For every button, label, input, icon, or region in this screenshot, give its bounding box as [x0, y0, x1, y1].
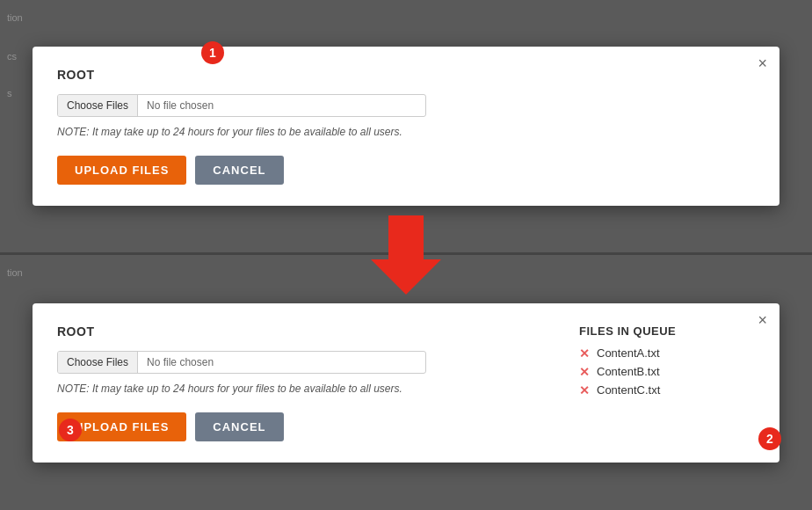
file-input-wrapper-top: Choose Files No file chosen [57, 94, 426, 117]
badge-3: 3 [59, 419, 82, 441]
dialog-bottom-title: ROOT [57, 324, 553, 339]
file-input-wrapper-bottom: Choose Files No file chosen [57, 351, 426, 374]
no-file-chosen-top: No file chosen [138, 95, 425, 116]
btn-row-bottom: UPLOAD FILES CANCEL [57, 412, 553, 441]
list-item: ✕ ContentC.txt [579, 383, 755, 397]
files-in-queue-panel: FILES IN QUEUE ✕ ContentA.txt ✕ ContentB… [579, 324, 755, 441]
queue-filename-2: ContentB.txt [597, 365, 660, 378]
badge-2: 2 [758, 427, 781, 450]
note-text-bottom: NOTE: It may take up to 24 hours for you… [57, 382, 553, 395]
list-item: ✕ ContentB.txt [579, 365, 755, 379]
arrow-down [371, 215, 441, 298]
upload-dialog-top: × ROOT 1 Choose Files No file chosen NOT… [33, 47, 779, 206]
btn-row-top: UPLOAD FILES CANCEL [57, 156, 755, 185]
choose-files-button-bottom[interactable]: Choose Files [58, 352, 138, 373]
choose-files-button-top[interactable]: Choose Files [58, 95, 138, 116]
queue-title: FILES IN QUEUE [579, 324, 755, 338]
close-button-bottom[interactable]: × [758, 312, 767, 328]
svg-marker-0 [371, 215, 441, 295]
upload-files-button-top[interactable]: UPLOAD FILES [57, 156, 186, 185]
file-input-row-top: Choose Files No file chosen [57, 94, 755, 117]
queue-filename-1: ContentA.txt [597, 346, 660, 360]
cancel-button-top[interactable]: CANCEL [195, 156, 283, 185]
badge-1: 1 [201, 41, 224, 64]
remove-item-1[interactable]: ✕ [579, 346, 590, 361]
no-file-chosen-bottom: No file chosen [138, 352, 425, 373]
upload-dialog-bottom: × ROOT Choose Files No file chosen NOTE:… [33, 303, 779, 463]
close-button-top[interactable]: × [758, 55, 767, 71]
note-text-top: NOTE: It may take up to 24 hours for you… [57, 126, 755, 138]
remove-item-3[interactable]: ✕ [579, 383, 590, 397]
queue-filename-3: ContentC.txt [597, 383, 660, 397]
cancel-button-bottom[interactable]: CANCEL [195, 412, 283, 441]
list-item: ✕ ContentA.txt [579, 346, 755, 361]
dialog-top-title: ROOT [57, 68, 755, 82]
dialog-left: ROOT Choose Files No file chosen NOTE: I… [57, 324, 553, 441]
file-input-row-bottom: Choose Files No file chosen [57, 351, 553, 374]
remove-item-2[interactable]: ✕ [579, 365, 590, 379]
dialog-with-queue: ROOT Choose Files No file chosen NOTE: I… [57, 324, 755, 441]
